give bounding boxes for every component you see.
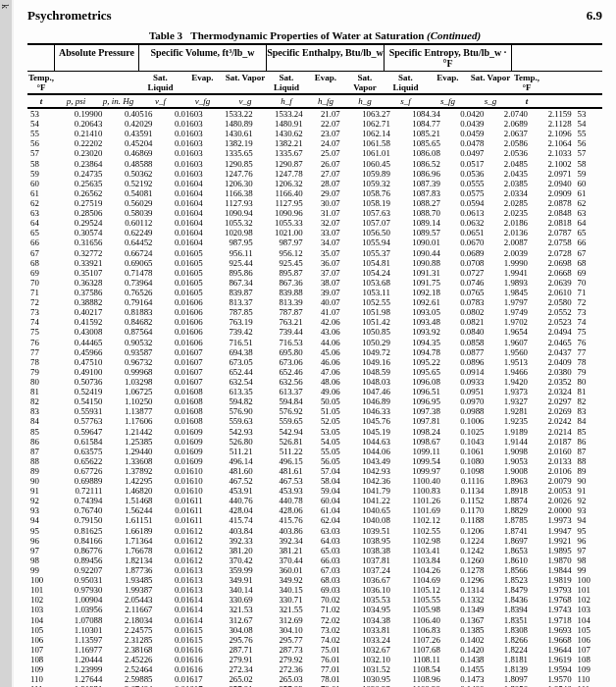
cell: 0.1188 xyxy=(443,515,488,525)
cell: 2.0580 xyxy=(531,297,575,307)
cell: 1.8224 xyxy=(487,645,531,655)
cell: 0.79164 xyxy=(105,297,155,307)
cell: 1.9893 xyxy=(487,278,531,288)
cell: 0.73964 xyxy=(105,278,155,288)
cell: 39.07 xyxy=(306,288,343,297)
cell: 84 xyxy=(27,416,55,426)
cell: 0.1025 xyxy=(443,427,488,437)
cell: 453.91 xyxy=(206,486,256,496)
cell: 0.57763 xyxy=(55,416,105,426)
cell: 0.31656 xyxy=(55,238,105,247)
cell: 0.26562 xyxy=(55,188,105,198)
table-row: 1101.276442.598850.01617265.02265.0378.0… xyxy=(27,674,602,684)
table-continued: (Continued) xyxy=(427,29,481,41)
hdr-hf: Sat. Liquid xyxy=(267,72,306,93)
cell: 0.96732 xyxy=(105,357,155,367)
sym-hg: h_g xyxy=(345,95,385,107)
cell: 0.01609 xyxy=(155,437,205,447)
cell: 96 xyxy=(575,536,602,546)
sym-hf: h_f xyxy=(267,95,306,107)
cell: 1059.89 xyxy=(343,169,393,179)
sym-sf: s_f xyxy=(385,95,427,107)
table-row: 950.816251.661890.01612403.84403.8663.03… xyxy=(27,526,602,536)
cell: 0.1296 xyxy=(443,575,488,585)
cell: 2.0437 xyxy=(531,347,575,357)
cell: 90 xyxy=(27,476,55,486)
cell: 64 xyxy=(27,218,55,228)
cell: 1.8697 xyxy=(487,536,531,546)
cell: 1095.22 xyxy=(393,357,443,367)
cell: 0.45966 xyxy=(55,347,105,357)
cell: 0.01616 xyxy=(155,655,205,664)
cell: 1099.54 xyxy=(393,456,443,466)
cell: 511.21 xyxy=(206,447,256,456)
cell: 2.0552 xyxy=(531,307,575,317)
cell: 2.0740 xyxy=(487,109,531,119)
hdr-vg: Sat. Vapor xyxy=(224,72,267,93)
cell: 83 xyxy=(27,406,55,416)
cell: 1480.89 xyxy=(206,119,256,129)
cell: 0.89456 xyxy=(55,555,105,565)
cell: 2.0494 xyxy=(531,327,575,337)
cell: 77.01 xyxy=(306,664,343,674)
cell: 716.53 xyxy=(256,338,306,347)
cell: 0.35107 xyxy=(55,268,105,278)
cell: 1.9718 xyxy=(531,615,575,625)
cell: 1046.89 xyxy=(343,396,393,406)
cell: 0.01609 xyxy=(155,456,205,466)
cell: 0.95031 xyxy=(55,575,105,585)
table-row: 960.841661.713640.01612392.33392.3464.03… xyxy=(27,536,602,546)
cell: 0.0914 xyxy=(443,367,488,377)
cell: 0.0765 xyxy=(443,288,488,297)
cell: 1430.61 xyxy=(206,129,256,138)
cell: 392.33 xyxy=(206,536,256,546)
cell: 0.01608 xyxy=(155,406,205,416)
cell: 1.46820 xyxy=(105,486,155,496)
cell: 1166.40 xyxy=(256,188,306,198)
cell: 0.29524 xyxy=(55,218,105,228)
cell: 1.8874 xyxy=(487,496,531,505)
cell: 69 xyxy=(27,268,55,278)
cell: 1.8181 xyxy=(487,655,531,664)
cell: 38.07 xyxy=(306,278,343,288)
cell: 25.07 xyxy=(306,148,343,158)
table-row: 620.275190.560290.016041127.931127.9530.… xyxy=(27,198,602,208)
cell: 2.0160 xyxy=(531,447,575,456)
cell: 0.1224 xyxy=(443,536,488,546)
cell: 694.38 xyxy=(206,347,256,357)
hdr-temp: Temp., °F xyxy=(27,72,55,93)
cell: 1105.55 xyxy=(393,595,443,605)
cell: 526.80 xyxy=(206,437,256,447)
cell: 0.40217 xyxy=(55,307,105,317)
cell: 839.88 xyxy=(256,288,306,297)
cell: 78 xyxy=(575,357,602,367)
cell: 0.22202 xyxy=(55,138,105,148)
cell: 1.9693 xyxy=(531,625,575,635)
cell: 66 xyxy=(27,238,55,247)
cell: 0.41592 xyxy=(55,317,105,327)
cell: 107 xyxy=(575,645,602,655)
cell: 0.01609 xyxy=(155,427,205,437)
cell: 2.0848 xyxy=(531,208,575,218)
hdr-sfg: Evap. xyxy=(427,72,469,93)
table-row: 830.559311.138770.01608576.90576.9251.05… xyxy=(27,406,602,416)
cell: 2.0536 xyxy=(487,148,531,158)
cell: 1.06725 xyxy=(105,387,155,396)
cell: 104 xyxy=(575,615,602,625)
cell: 67 xyxy=(575,248,602,258)
cell: 0.56029 xyxy=(105,198,155,208)
cell: 84 xyxy=(575,416,602,426)
cell: 0.01606 xyxy=(155,307,205,317)
cell: 49.06 xyxy=(306,387,343,396)
cell: 1098.24 xyxy=(393,427,443,437)
cell: 1108.11 xyxy=(393,655,443,664)
cell: 2.0380 xyxy=(531,367,575,377)
cell: 2.0971 xyxy=(531,169,575,179)
cell: 1.8266 xyxy=(487,635,531,645)
table-row: 850.596471.214420.01609542.93542.9453.05… xyxy=(27,427,602,437)
cell: 925.44 xyxy=(206,258,256,268)
cell: 1020.98 xyxy=(206,228,256,238)
cell: 0.81883 xyxy=(105,307,155,317)
cell: 73.02 xyxy=(306,625,343,635)
cell: 72 xyxy=(575,297,602,307)
